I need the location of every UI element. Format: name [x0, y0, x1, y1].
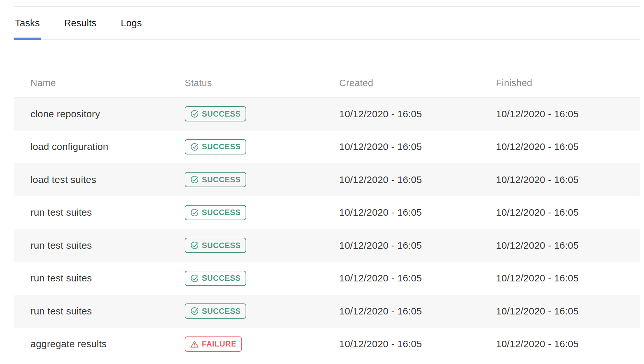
task-status-cell: SUCCESS	[185, 139, 339, 154]
tab-logs[interactable]: Logs	[120, 7, 143, 39]
task-finished: 10/12/2020 - 16:05	[496, 240, 640, 251]
status-badge-label: SUCCESS	[202, 274, 241, 283]
task-finished: 10/12/2020 - 16:05	[496, 141, 640, 152]
check-circle-icon	[190, 142, 199, 151]
task-name: run test suites	[14, 273, 185, 284]
header-status: Status	[185, 78, 339, 88]
task-finished: 10/12/2020 - 16:05	[496, 338, 640, 349]
status-badge: FAILURE	[185, 336, 242, 352]
check-circle-icon	[190, 241, 199, 250]
active-tab-underline	[14, 38, 41, 40]
tab-bar: Tasks Results Logs	[14, 6, 640, 40]
status-badge-label: SUCCESS	[202, 109, 241, 119]
task-name: load test suites	[14, 174, 185, 185]
tab-logs-label: Logs	[121, 17, 142, 28]
task-created: 10/12/2020 - 16:05	[339, 306, 496, 317]
task-status-cell: SUCCESS	[185, 271, 339, 286]
task-name: run test suites	[14, 207, 185, 218]
tab-tasks[interactable]: Tasks	[14, 7, 41, 39]
status-badge: SUCCESS	[185, 271, 246, 286]
status-badge: SUCCESS	[185, 205, 246, 220]
task-status-cell: SUCCESS	[185, 238, 339, 253]
tab-tasks-label: Tasks	[15, 17, 40, 28]
table-row[interactable]: run test suites SUCCESS 10/12/2020 - 16:…	[14, 229, 640, 262]
header-created: Created	[339, 78, 496, 88]
task-status-cell: SUCCESS	[185, 172, 339, 187]
tab-results-label: Results	[64, 17, 97, 28]
table-row[interactable]: load configuration SUCCESS 10/12/2020 - …	[14, 131, 640, 164]
status-badge-label: FAILURE	[202, 339, 236, 348]
status-badge: SUCCESS	[185, 303, 246, 319]
status-badge: SUCCESS	[185, 238, 246, 253]
task-name: run test suites	[14, 240, 185, 251]
status-badge-label: SUCCESS	[202, 241, 241, 250]
task-created: 10/12/2020 - 16:05	[339, 338, 496, 349]
status-badge: SUCCESS	[185, 139, 246, 154]
task-created: 10/12/2020 - 16:05	[339, 207, 496, 218]
task-status-cell: SUCCESS	[185, 303, 339, 319]
task-status-cell: SUCCESS	[185, 205, 339, 220]
check-circle-icon	[190, 175, 199, 184]
task-finished: 10/12/2020 - 16:05	[496, 207, 640, 218]
table-row[interactable]: aggregate results FAILURE 10/12/2020 - 1…	[14, 328, 640, 361]
table-row[interactable]: run test suites SUCCESS 10/12/2020 - 16:…	[14, 262, 640, 295]
header-name: Name	[14, 78, 185, 88]
status-badge-label: SUCCESS	[202, 208, 241, 217]
task-status-cell: FAILURE	[185, 336, 339, 352]
table-header: Name Status Created Finished	[14, 40, 640, 97]
status-badge-label: SUCCESS	[202, 307, 241, 316]
status-badge-label: SUCCESS	[202, 175, 241, 184]
warning-icon	[190, 340, 199, 348]
task-created: 10/12/2020 - 16:05	[339, 174, 496, 185]
check-circle-icon	[190, 208, 199, 217]
task-finished: 10/12/2020 - 16:05	[496, 306, 640, 317]
task-finished: 10/12/2020 - 16:05	[496, 174, 640, 185]
table-row[interactable]: run test suites SUCCESS 10/12/2020 - 16:…	[14, 196, 640, 229]
table-row[interactable]: clone repository SUCCESS 10/12/2020 - 16…	[14, 97, 640, 131]
tab-results[interactable]: Results	[63, 7, 98, 39]
task-name: aggregate results	[14, 338, 185, 349]
status-badge: SUCCESS	[185, 172, 246, 187]
task-finished: 10/12/2020 - 16:05	[496, 273, 640, 284]
table-row[interactable]: run test suites SUCCESS 10/12/2020 - 16:…	[14, 295, 640, 328]
task-created: 10/12/2020 - 16:05	[339, 141, 496, 152]
task-name: clone repository	[14, 108, 185, 119]
task-status-cell: SUCCESS	[185, 106, 339, 121]
task-finished: 10/12/2020 - 16:05	[496, 108, 640, 119]
table-row[interactable]: load test suites SUCCESS 10/12/2020 - 16…	[14, 163, 640, 196]
check-circle-icon	[190, 307, 199, 315]
header-finished: Finished	[496, 78, 640, 88]
status-badge-label: SUCCESS	[202, 142, 241, 151]
task-created: 10/12/2020 - 16:05	[339, 108, 496, 119]
task-name: load configuration	[14, 141, 185, 152]
task-created: 10/12/2020 - 16:05	[339, 240, 496, 251]
task-created: 10/12/2020 - 16:05	[339, 273, 496, 284]
tasks-table: Name Status Created Finished clone repos…	[14, 40, 640, 360]
check-circle-icon	[190, 274, 199, 283]
task-name: run test suites	[14, 306, 185, 317]
check-circle-icon	[190, 109, 199, 118]
tasks-page: Tasks Results Logs Name Status Created F…	[14, 0, 640, 360]
status-badge: SUCCESS	[185, 106, 246, 121]
